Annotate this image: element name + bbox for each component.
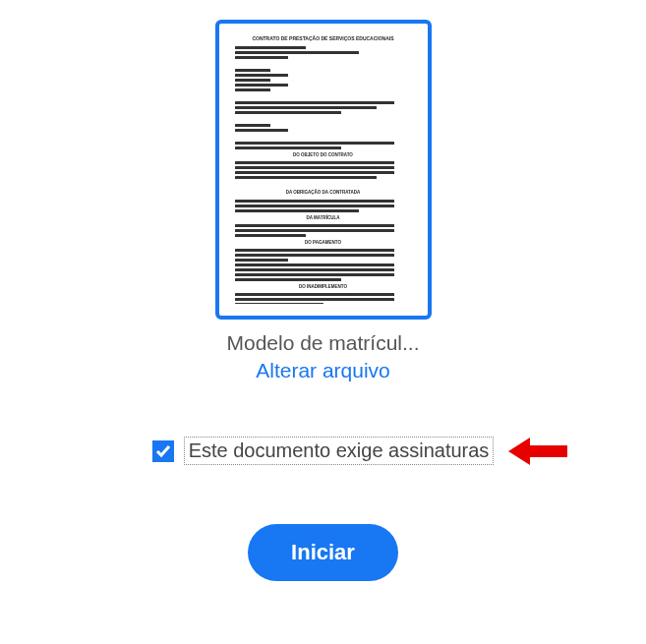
signature-checkbox-label: Este documento exige assinaturas [184,437,495,465]
checkmark-icon [155,443,171,459]
document-thumbnail: CONTRATO DE PRESTAÇÃO DE SERVIÇOS EDUCAC… [235,35,412,304]
svg-marker-0 [508,438,567,465]
arrow-left-icon [508,436,567,467]
file-name-label: Modelo de matrícul... [226,331,419,355]
callout-arrow [508,436,567,467]
change-file-link[interactable]: Alterar arquivo [256,359,390,382]
document-preview[interactable]: CONTRATO DE PRESTAÇÃO DE SERVIÇOS EDUCAC… [215,20,432,320]
signature-checkbox-row: Este documento exige assinaturas [152,437,495,465]
start-button[interactable]: Iniciar [248,524,398,581]
signature-checkbox[interactable] [152,440,174,462]
